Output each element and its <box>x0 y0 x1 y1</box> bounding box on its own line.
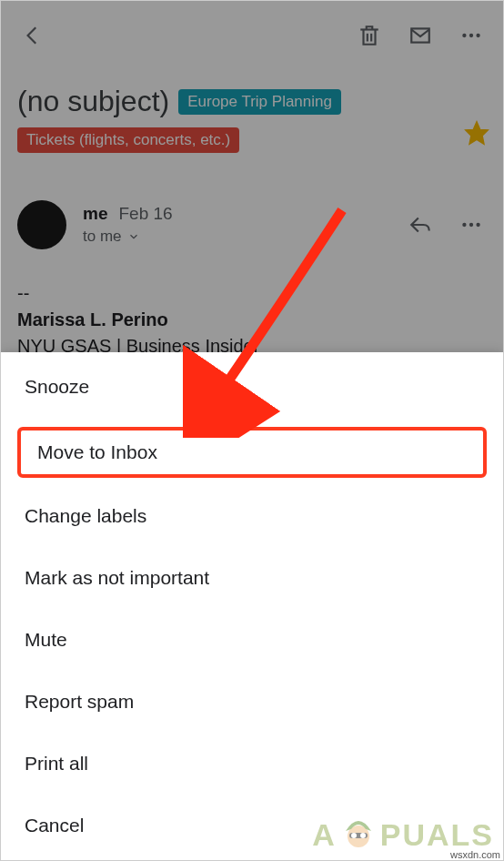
sheet-item-print-all[interactable]: Print all <box>1 733 503 795</box>
sheet-item-move-to-inbox[interactable]: Move to Inbox <box>17 427 487 478</box>
sheet-item-label: Move to Inbox <box>37 441 157 462</box>
watermark-suffix: PUALS <box>380 817 494 853</box>
sheet-item-mark-not-important[interactable]: Mark as not important <box>1 547 503 609</box>
watermark-mascot-icon <box>338 815 378 855</box>
watermark-prefix: A <box>312 817 337 853</box>
sheet-item-snooze[interactable]: Snooze <box>1 356 503 418</box>
action-sheet: Snooze Move to Inbox Change labels Mark … <box>1 352 503 860</box>
svg-point-14 <box>360 833 366 838</box>
image-credit: wsxdn.com <box>447 848 504 861</box>
sheet-item-report-spam[interactable]: Report spam <box>1 671 503 733</box>
sheet-item-mute[interactable]: Mute <box>1 609 503 671</box>
sheet-item-change-labels[interactable]: Change labels <box>1 485 503 547</box>
svg-point-13 <box>351 833 357 838</box>
